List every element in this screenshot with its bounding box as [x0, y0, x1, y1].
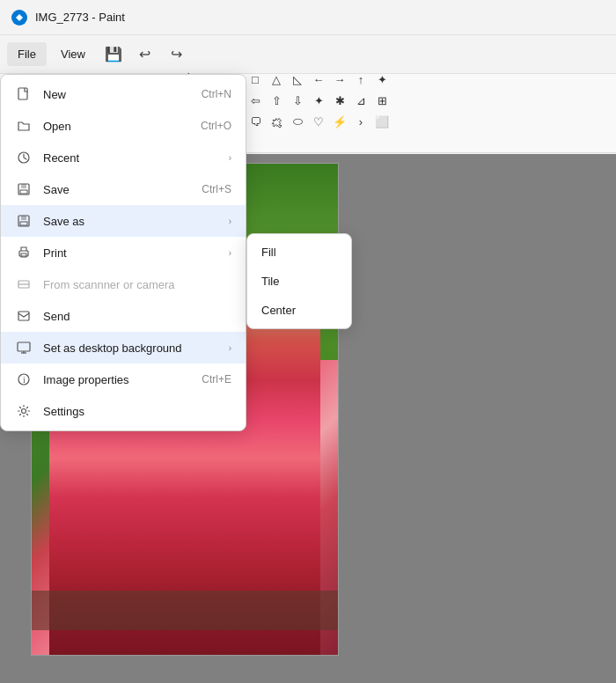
- shape-outline-icon[interactable]: ⬜: [372, 112, 392, 131]
- shape-arrow-right-icon[interactable]: →: [330, 70, 349, 89]
- svg-point-29: [22, 409, 26, 414]
- menu-file[interactable]: File: [7, 42, 47, 66]
- shape-arrow-4-icon[interactable]: ✦: [309, 91, 328, 110]
- svg-rect-11: [18, 88, 27, 99]
- send-icon: [15, 307, 33, 325]
- shape-arrow-down-icon[interactable]: ⇩: [288, 91, 307, 110]
- save-button[interactable]: 💾: [99, 40, 128, 69]
- shape-triangle-icon[interactable]: △: [267, 70, 286, 89]
- undo-button[interactable]: ↩: [131, 40, 159, 69]
- menu-item-print[interactable]: Print ›: [1, 237, 246, 268]
- open-icon: [15, 117, 33, 135]
- shape-star-icon[interactable]: ✦: [372, 70, 392, 89]
- desktop-label: Set as desktop background: [43, 342, 218, 355]
- shape-rect-icon[interactable]: □: [246, 70, 265, 89]
- send-label: Send: [43, 310, 231, 323]
- file-menu-dropdown: New Ctrl+N Open Ctrl+O Recent › Save Ctr…: [0, 74, 246, 431]
- shape-asterisk-icon[interactable]: ✱: [330, 91, 349, 110]
- menu-item-open[interactable]: Open Ctrl+O: [1, 110, 246, 142]
- properties-label: Image properties: [43, 373, 191, 386]
- menu-item-saveas[interactable]: Save as ›: [1, 205, 246, 237]
- settings-icon: [15, 402, 33, 420]
- save-label: Save: [43, 183, 191, 196]
- window-title: IMG_2773 - Paint: [35, 11, 605, 24]
- menu-item-scanner: From scannner or camera: [1, 268, 246, 300]
- settings-label: Settings: [43, 405, 231, 418]
- open-shortcut: Ctrl+O: [201, 120, 231, 132]
- desktop-arrow: ›: [229, 343, 231, 353]
- menu-item-properties[interactable]: i Image properties Ctrl+E: [1, 364, 246, 395]
- print-arrow: ›: [229, 248, 231, 258]
- shape-edge-icon[interactable]: ⊿: [351, 91, 370, 110]
- shape-speech3-icon[interactable]: 🗯: [267, 112, 286, 131]
- shape-more-icon[interactable]: ›: [351, 112, 370, 131]
- recent-arrow: ›: [229, 153, 231, 163]
- recent-label: Recent: [43, 151, 218, 165]
- shape-arrow-up-icon[interactable]: ↑: [351, 70, 370, 89]
- scanner-label: From scannner or camera: [43, 278, 231, 291]
- saveas-arrow: ›: [229, 217, 231, 226]
- properties-shortcut: Ctrl+E: [202, 373, 231, 386]
- menu-item-settings[interactable]: Settings: [1, 395, 246, 427]
- menu-view[interactable]: View: [50, 42, 96, 66]
- properties-icon: i: [15, 371, 33, 388]
- submenu-item-tile[interactable]: Tile: [247, 267, 351, 296]
- svg-rect-15: [20, 190, 27, 194]
- menu-item-desktop[interactable]: Set as desktop background ›: [1, 332, 246, 364]
- shape-arrow-left-icon[interactable]: ←: [309, 70, 328, 89]
- save-icon: [15, 180, 33, 198]
- new-shortcut: Ctrl+N: [202, 88, 231, 100]
- menu-bar: File View 💾 ↩ ↪: [0, 35, 616, 74]
- desktop-submenu: Fill Tile Center: [246, 233, 352, 329]
- svg-text:i: i: [23, 375, 26, 385]
- svg-rect-17: [21, 216, 26, 220]
- svg-rect-14: [21, 184, 26, 188]
- open-label: Open: [43, 120, 190, 133]
- redo-button[interactable]: ↪: [163, 40, 191, 69]
- new-icon: [15, 85, 33, 103]
- shape-speech2-icon[interactable]: 🗨: [246, 112, 265, 131]
- submenu-item-fill[interactable]: Fill: [247, 238, 351, 267]
- svg-rect-23: [18, 312, 29, 320]
- shape-oval-icon[interactable]: ⬭: [288, 112, 307, 131]
- app-logo: [11, 9, 28, 26]
- shape-extra-icon[interactable]: ⊞: [372, 91, 392, 110]
- shape-heart-icon[interactable]: ♡: [309, 112, 328, 131]
- menu-item-send[interactable]: Send: [1, 300, 246, 332]
- svg-rect-18: [20, 222, 27, 225]
- print-label: Print: [43, 246, 218, 260]
- shape-lightning-icon[interactable]: ⚡: [330, 112, 349, 131]
- submenu-item-center[interactable]: Center: [247, 296, 351, 325]
- title-bar: IMG_2773 - Paint: [0, 0, 616, 35]
- menu-item-save[interactable]: Save Ctrl+S: [1, 173, 246, 205]
- menu-item-new[interactable]: New Ctrl+N: [1, 78, 246, 110]
- desktop-icon: [15, 339, 33, 356]
- shape-rtriangle-icon[interactable]: ◺: [288, 70, 307, 89]
- saveas-icon: [15, 212, 33, 230]
- shape-arrow-up2-icon[interactable]: ⇧: [267, 91, 286, 110]
- print-icon: [15, 244, 33, 261]
- shape-arrow-left2-icon[interactable]: ⇦: [246, 91, 265, 110]
- new-label: New: [43, 88, 191, 101]
- recent-icon: [15, 149, 33, 166]
- svg-rect-24: [18, 342, 30, 351]
- menu-item-recent[interactable]: Recent ›: [1, 142, 246, 173]
- saveas-label: Save as: [43, 215, 218, 228]
- scanner-icon: [15, 275, 33, 293]
- save-shortcut: Ctrl+S: [202, 183, 231, 195]
